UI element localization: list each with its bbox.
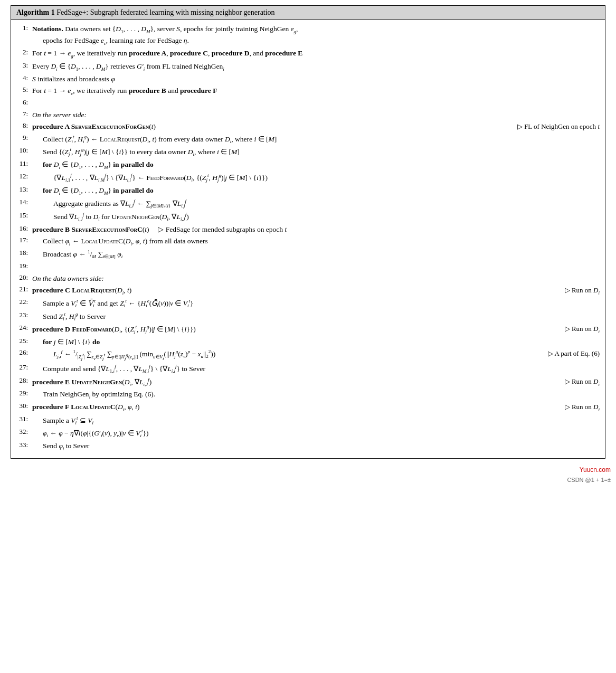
line-14: 14: Aggregate gradients as ∇Li,Jf ← ∑j∈[…	[16, 197, 600, 211]
line-24: 24: procedure D FeedForward(Di, {(Zjt, H…	[16, 323, 600, 336]
line-18: 18: Broadcast φ ← 1/M ∑i∈[M] φi	[16, 248, 600, 261]
line-23: 23: Send Zit, Hig to Server	[16, 310, 600, 324]
line-1: 1: Notations. Data owners set {D1, . . .…	[16, 23, 600, 48]
line-15: 15: Send ∇Li,Jf to Di for UpdateNeighGen…	[16, 211, 600, 224]
line-27: 27: Compute and send {∇L1,if, . . . , ∇L…	[16, 363, 600, 376]
line-5: 5: For t = 1 → ec, we iteratively run pr…	[16, 85, 600, 98]
line-29: 29: Train NeighGeni by optimizing Eq. (6…	[16, 388, 600, 401]
algorithm-header: Algorithm 1 FedSage+: Subgraph federated…	[11, 6, 605, 20]
line-11: 11: for Di ∈ {D1, . . . , DM} in paralle…	[16, 159, 600, 172]
line-25: 25: for j ∈ [M] \ {i} do	[16, 336, 600, 348]
line-9: 9: Collect (Zit, Hig) ← LocalRequest(Di,…	[16, 133, 600, 146]
csdn-badge: CSDN @1 + 1=±	[567, 477, 611, 483]
line-8: 8: procedure A ServerExcecutionForGen(t)…	[16, 121, 600, 132]
algorithm-box: Algorithm 1 FedSage+: Subgraph federated…	[11, 5, 605, 459]
line-31: 31: Sample a Vit ⊆ Vi	[16, 414, 600, 428]
line-12: 12: {∇Li,1f, . . . , ∇Li,Mf} \ {∇Li,if} …	[16, 172, 600, 185]
algorithm-container: Algorithm 1 FedSage+: Subgraph federated…	[0, 5, 616, 485]
line-20: 20: On the data owners side:	[16, 273, 600, 285]
line-10: 10: Send {(Zjt, Hjg)|j ∈ [M] \ {i}} to e…	[16, 146, 600, 159]
line-13: 13: for Di ∈ {D1, . . . , DM} in paralle…	[16, 185, 600, 197]
algorithm-description: FedSage+: Subgraph federated learning wi…	[56, 8, 274, 16]
line-21: 21: procedure C LocalRequest(Di, t) ▷ Ru…	[16, 285, 600, 297]
line-26: 26: Lj,if ← 1/|Zjt| ∑zv∈Zjt ∑p∈[|Hjg(zv)…	[16, 348, 600, 362]
line-3: 3: Every Di ∈ {D1, . . . , DM} retrieves…	[16, 61, 600, 73]
line-2: 2: For t = 1 → eg, we iteratively run pr…	[16, 48, 600, 60]
line-32: 32: φi ← φ − η∇l(φ|{(G′i(v), yv)|v ∈ Vit…	[16, 427, 600, 440]
algorithm-title: Algorithm 1	[16, 8, 55, 16]
line-4: 4: S initializes and broadcasts φ	[16, 73, 600, 85]
watermark: Yuucn.com	[0, 464, 616, 476]
line-28: 28: procedure E UpdateNeighGen(Di, ∇Li,J…	[16, 376, 600, 389]
line-33: 33: Send φi to Sever	[16, 440, 600, 453]
algorithm-body: 1: Notations. Data owners set {D1, . . .…	[11, 20, 605, 458]
line-22: 22: Sample a Vit ∈ V̄it and get Zit ← {H…	[16, 297, 600, 310]
line-6: 6:	[16, 98, 600, 109]
line-17: 17: Collect φi ← LocalUpdateC(Di, φ, t) …	[16, 235, 600, 248]
line-16: 16: procedure B ServerExcecutionForC(t) …	[16, 224, 600, 235]
footer: CSDN @1 + 1=±	[0, 476, 616, 485]
line-7: 7: On the server side:	[16, 109, 600, 121]
line-30: 30: procedure F LocalUpdateC(Di, φ, t) ▷…	[16, 401, 600, 414]
line-19: 19:	[16, 261, 600, 273]
